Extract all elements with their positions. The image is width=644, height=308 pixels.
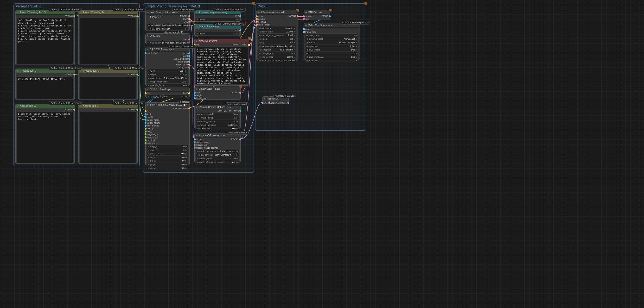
badge-derfuu: Derfuu_ComfyUI_ModdedNo.. bbox=[213, 8, 246, 11]
node-prepend-text-g[interactable]: Prepend Text G STRING 18 years old girl,… bbox=[16, 68, 74, 100]
widget-vc-crf[interactable]: ◀crf20▶ bbox=[305, 52, 358, 55]
widget-ar-width[interactable]: ◀width1024▶ bbox=[147, 69, 188, 73]
widget-stop-clip[interactable]: ◀stop_at_clip_layer-1▶ bbox=[147, 95, 188, 98]
widget-bps-pw_a[interactable]: ◀pw_a0.0▶ bbox=[147, 156, 188, 159]
badge-comfyroll: Comfyroll Custom Nodes bbox=[168, 45, 195, 48]
widget-uco-context_schedule[interactable]: ◀context_scheduleuniform▶ bbox=[196, 123, 239, 127]
widget-vc-save_image[interactable]: ◀save_imagetrue▶ bbox=[305, 48, 358, 51]
widget-vc-format[interactable]: ◀formatvideo/h264-mp4▶ bbox=[305, 41, 358, 44]
node-animate-length[interactable]: Animate Length (seconds) INT ◀Value3▶ bbox=[194, 10, 240, 22]
widget-bps-pw_b[interactable]: ◀pw_b0.0▶ bbox=[147, 159, 188, 163]
node-load-vae[interactable]: Load VAE VAE ◀vae_namesdxl_vae_fp16_fix.… bbox=[145, 33, 190, 44]
text-input[interactable]: "0" :"(smiling:'(0.5+0.5*sin(t/12))'), c… bbox=[17, 18, 73, 64]
widget-ks-scheduler[interactable]: ◀schedulersgm_uniform▶ bbox=[258, 48, 296, 51]
badge-derfuu: Derfuu_ComfyUI_ModdedNo.. bbox=[49, 66, 82, 70]
widget-ar-aspect_ratio[interactable]: ◀aspect_ratio3:4 portrait 896x1152▶ bbox=[147, 76, 188, 80]
badge-derfuu: Derfuu_ComfyUI_ModdedNo.. bbox=[49, 101, 82, 105]
widget-vc-filename_prefix[interactable]: ◀filename_prefixAnimateDiff▶ bbox=[305, 37, 358, 41]
text-input[interactable]: illustration, 3d, sepia, painting, carto… bbox=[196, 47, 248, 84]
node-icons: 📋● bbox=[183, 104, 188, 106]
badge-derfuu: Derfuu_ComfyUI_ModdedNo.. bbox=[113, 101, 146, 105]
badge-derfuu: Derfuu_ComfyUI_ModdedNo.. bbox=[113, 8, 146, 11]
group-title: Output bbox=[258, 4, 268, 8]
node-prompt-traveling-text-g[interactable]: Prompt Traveling Text G STRING "0" :"(sm… bbox=[16, 10, 74, 65]
node-uniform-context-options[interactable]: Uniform Context Options⊕●● CONTEXT_OPTIO… bbox=[194, 105, 240, 129]
text-input[interactable] bbox=[80, 77, 136, 99]
widget-ar-swap_dimensions[interactable]: ◀swap_dimensionsOff▶ bbox=[147, 80, 188, 83]
widget-vc-audio_file[interactable]: ◀audio_file▶ bbox=[305, 59, 358, 62]
node-append-text-l[interactable]: Append Text L STRING bbox=[78, 104, 138, 164]
widget-value[interactable]: ◀Value3▶ bbox=[196, 18, 239, 21]
node-icons: ⊕●● bbox=[220, 134, 226, 137]
node-vae-decode[interactable]: VAE Decode samplesIMAGE vae bbox=[304, 10, 330, 20]
widget-ks-add_noise[interactable]: ◀add_noiseenable▶ bbox=[258, 26, 296, 30]
widget-ks-cfg[interactable]: ◀cfg5.0▶ bbox=[258, 41, 296, 44]
node-append-text-g[interactable]: Append Text G STRING black eyes, upper b… bbox=[16, 104, 74, 164]
text-input[interactable]: 18 years old girl, adult girl, solo, bbox=[17, 77, 73, 99]
node-clip-set-last-layer[interactable]: CLIP Set Last Layer clipCLIP ◀stop_at_cl… bbox=[145, 87, 190, 98]
widget-ar-height[interactable]: ◀height1024▶ bbox=[147, 73, 188, 76]
widget-uco-context_length[interactable]: ◀context_length16▶ bbox=[196, 112, 239, 116]
widget-bps-pw_c[interactable]: ◀pw_c0.0▶ bbox=[147, 163, 188, 166]
widget-vc-pingpong[interactable]: ◀pingpongfalse▶ bbox=[305, 44, 358, 48]
widget-ks-sampler_name[interactable]: ◀sampler_namedpmpp_2m_sde▶ bbox=[258, 44, 296, 48]
widget-bps-print_output[interactable]: ◀print_outputfalse▶ bbox=[147, 152, 188, 155]
badge-ad-evolved: AnimateDiff Evolved bbox=[226, 131, 248, 135]
node-output-frame-rate[interactable]: Output Frame Rate INT ◀Value12▶ bbox=[194, 24, 240, 36]
widget-vc-save_metadata[interactable]: ◀save_metadatatrue▶ bbox=[305, 55, 358, 59]
widget-uco-context_stride[interactable]: ◀context_stride1▶ bbox=[196, 116, 239, 119]
badge-ad-evolved: AnimateDiff Evolved bbox=[273, 94, 296, 98]
text-input[interactable] bbox=[80, 112, 136, 163]
node-load-checkpoint[interactable]: Load Checkpoint w/ Noise Select⚙●● MODEL… bbox=[145, 10, 190, 31]
widget-bps-crop_w[interactable]: ◀crop_w0▶ bbox=[147, 145, 188, 148]
widget-ks-end_at_step[interactable]: ◀end_at_step10000▶ bbox=[258, 55, 296, 59]
node-icons: ⊕● bbox=[276, 102, 279, 104]
node-icons: ⊕●● bbox=[226, 106, 232, 108]
widget-adl-beta_schedule[interactable]: ◀beta_schedulelinear (AnimateDiff-SDXL)▶ bbox=[196, 153, 239, 157]
text-input[interactable] bbox=[80, 18, 136, 64]
node-prepend-text-l[interactable]: Prepend Text L STRING bbox=[78, 68, 138, 100]
badge-ad-evolved: AnimateDiff Evolved bbox=[226, 102, 248, 106]
node-ksampler-advanced[interactable]: KSampler (Advanced) modelLATENT positive… bbox=[256, 10, 298, 61]
widget-adl-apply_v2_models_properly[interactable]: ◀apply_v2_models_properlyfalse▶ bbox=[196, 160, 239, 164]
node-prompt-traveling-text-l[interactable]: Prompt Traveling Text L STRING bbox=[78, 10, 138, 65]
badge-ad-evolved: AnimateDiff Evolved bbox=[172, 8, 195, 11]
widget-uco-closed_loop[interactable]: ◀closed_loopfalse▶ bbox=[196, 127, 239, 130]
widget-bps-pw_d[interactable]: ◀pw_d0.0▶ bbox=[147, 166, 188, 170]
badge-fizz: FizzNodes bbox=[178, 100, 192, 104]
node-cr-aspect-ratio[interactable]: CR SDXL Aspect Ratio batch_sizewidth hei… bbox=[145, 47, 190, 86]
widget-ks-noise_seed[interactable]: ◀noise_seed100002▶ bbox=[258, 30, 296, 33]
widget-ks-steps[interactable]: ◀steps20▶ bbox=[258, 37, 296, 41]
widget-vc-loop_count[interactable]: ◀loop_count0▶ bbox=[305, 34, 358, 37]
node-empty-latent-image[interactable]: Empty Latent Image widthLATENT height ba… bbox=[194, 87, 240, 99]
node-video-combine[interactable]: Video Combine⊕●●● images frame_rate ◀loo… bbox=[304, 23, 360, 60]
badge-derfuu: Derfuu_ComfyUI_ModdedNo.. bbox=[213, 22, 246, 26]
badge-derfuu: Derfuu_ComfyUI_ModdedNo.. bbox=[113, 66, 146, 70]
text-input[interactable]: black eyes, upper body, shy, pov, posing… bbox=[17, 112, 73, 163]
node-animatediff-loader[interactable]: AnimateDiff Loader⊕●● modelMODEL context… bbox=[194, 133, 240, 163]
widget-ks-return_with_leftover_noise[interactable]: ◀return_with_leftover_noisedisable▶ bbox=[258, 59, 296, 62]
node-icons: ⊕●●● bbox=[326, 24, 332, 27]
group-title: Prompt Traveling bbox=[16, 4, 42, 8]
widget-ckpt-name[interactable]: ◀zHina/sdxl/9547_detailRealisticSDXL_fp1… bbox=[147, 23, 188, 27]
widget-beta-schedule[interactable]: ◀beta_schedulelinear (HotshotXL/default)… bbox=[147, 27, 188, 30]
node-negative-prompt[interactable]: Negative Prompt clipCONDITIONING illustr… bbox=[194, 39, 249, 86]
widget-ks-start_at_step[interactable]: ◀start_at_step0▶ bbox=[258, 52, 296, 55]
widget-ks-control_after_generate[interactable]: ◀control_after_generatefixed▶ bbox=[258, 34, 296, 37]
badge-derfuu: Derfuu_ComfyUI_ModdedNo.. bbox=[49, 8, 82, 11]
widget-adl-motion_scale[interactable]: ◀motion_scale1.000▶ bbox=[196, 157, 239, 160]
widget-ar-upscale_factor[interactable]: ◀upscale_factor1.0▶ bbox=[147, 84, 188, 87]
widget-adl-model_name[interactable]: ◀model_namemm_sdxl_v10_beta.ckpt▶ bbox=[196, 150, 239, 153]
widget-bps-crop_h[interactable]: ◀crop_h0▶ bbox=[147, 148, 188, 152]
widget-vae-name[interactable]: ◀vae_namesdxl_vae_fp16_fix.safetensors▶ bbox=[147, 41, 188, 44]
badge-vhs: ComfyUI-VideoHelperSuite bbox=[341, 21, 370, 24]
widget-uco-context_overlap[interactable]: ◀context_overlap4▶ bbox=[196, 120, 239, 123]
node-batch-prompt-schedule[interactable]: Batch Prompt Schedule SDXL📋● CONDITIONIN… bbox=[145, 102, 190, 165]
widget-value[interactable]: ◀Value12▶ bbox=[196, 32, 239, 35]
